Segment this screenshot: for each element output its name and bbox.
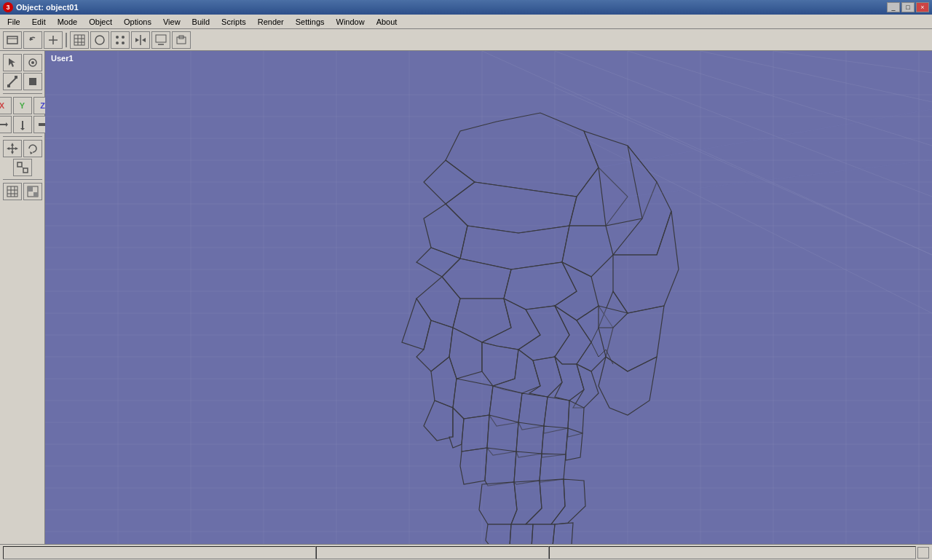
left-row-2 (3, 73, 42, 90)
point-tool-button[interactable] (23, 73, 42, 90)
grid-display-button[interactable] (3, 183, 22, 200)
svg-rect-39 (17, 162, 22, 167)
svg-marker-132 (479, 482, 517, 524)
svg-rect-0 (7, 36, 17, 44)
circle-button[interactable] (90, 31, 109, 49)
svg-line-151 (628, 160, 932, 197)
close-button[interactable]: × (916, 2, 929, 12)
svg-rect-25 (15, 76, 17, 79)
left-row-move (0, 116, 52, 133)
menu-options[interactable]: Options (118, 16, 157, 28)
svg-marker-130 (514, 451, 542, 484)
menu-about[interactable]: About (371, 16, 403, 28)
grid-button[interactable] (70, 31, 89, 49)
menu-mode[interactable]: Mode (52, 16, 84, 28)
window-title: Object: object01 (16, 3, 79, 12)
svg-marker-138 (532, 524, 555, 544)
menu-window[interactable]: Window (331, 16, 371, 28)
svg-marker-35 (11, 151, 14, 154)
y-axis-button[interactable]: Y (13, 97, 32, 114)
viewport-label: User1 (51, 54, 74, 63)
svg-point-13 (122, 42, 125, 44)
svg-rect-17 (156, 35, 166, 42)
move-tool-button2[interactable] (13, 116, 32, 133)
svg-rect-4 (74, 35, 84, 45)
svg-marker-139 (553, 523, 573, 544)
svg-rect-49 (33, 192, 38, 197)
menu-view[interactable]: View (157, 16, 186, 28)
svg-marker-16 (142, 38, 146, 42)
menu-edit[interactable]: Edit (26, 16, 52, 28)
left-sep-1 (3, 93, 42, 94)
move-tool-button1[interactable] (0, 116, 12, 133)
menu-bar: File Edit Mode Object Options View Build… (0, 15, 932, 29)
svg-line-86 (773, 51, 932, 73)
svg-line-84 (628, 51, 932, 146)
viewport[interactable]: User1 (45, 51, 932, 544)
menu-object[interactable]: Object (83, 16, 118, 28)
status-corner (917, 547, 929, 559)
scale-button[interactable] (13, 159, 32, 176)
svg-marker-136 (486, 524, 511, 544)
svg-line-41 (22, 167, 23, 168)
view-tool-button[interactable] (23, 54, 42, 71)
cut-button[interactable] (44, 31, 63, 49)
left-row-scale (13, 159, 32, 176)
svg-line-85 (700, 51, 932, 102)
status-left (3, 546, 316, 559)
svg-rect-19 (177, 37, 186, 44)
svg-rect-48 (28, 186, 33, 192)
x-axis-button[interactable]: X (0, 97, 12, 114)
svg-marker-116 (453, 379, 493, 419)
svg-rect-26 (29, 78, 36, 85)
left-row-transform (3, 140, 42, 157)
texture-display-button[interactable] (23, 183, 42, 200)
svg-marker-28 (6, 122, 8, 127)
app-icon: 3 (3, 2, 13, 12)
svg-marker-123 (462, 415, 489, 451)
translate-button[interactable] (3, 140, 22, 157)
svg-point-10 (116, 36, 119, 39)
flip-button[interactable] (131, 31, 150, 49)
menu-file[interactable]: File (1, 16, 26, 28)
window-controls[interactable]: _ □ × (887, 2, 929, 12)
maximize-button[interactable]: □ (901, 2, 915, 12)
rotate-button[interactable] (23, 140, 42, 157)
svg-marker-15 (135, 38, 139, 42)
svg-rect-42 (7, 186, 17, 197)
svg-marker-131 (540, 454, 566, 482)
svg-marker-127 (566, 428, 582, 460)
minimize-button[interactable]: _ (887, 2, 900, 12)
viewport-canvas (45, 51, 932, 544)
left-toolbar: X Y Z (0, 51, 45, 544)
svg-marker-30 (20, 128, 25, 130)
svg-marker-36 (7, 147, 9, 150)
menu-settings[interactable]: Settings (290, 16, 331, 28)
svg-marker-129 (485, 448, 516, 486)
svg-rect-24 (7, 84, 10, 87)
status-right (549, 546, 916, 559)
minus-button[interactable] (151, 31, 170, 49)
multipoint-button[interactable] (111, 31, 130, 49)
menu-scripts[interactable]: Scripts (216, 16, 252, 28)
box-button[interactable] (172, 31, 191, 49)
title-bar: 3 Object: object01 _ □ × (0, 0, 932, 15)
left-row-1 (3, 54, 42, 71)
open-button[interactable] (3, 31, 22, 49)
svg-marker-34 (11, 143, 14, 146)
svg-point-9 (95, 36, 104, 44)
svg-marker-137 (510, 524, 533, 544)
status-middle (316, 546, 549, 559)
status-bar (0, 544, 932, 560)
svg-point-12 (116, 42, 119, 44)
menu-render[interactable]: Render (252, 16, 290, 28)
select-tool-button[interactable] (3, 54, 22, 71)
toolbar-separator-1 (66, 33, 67, 47)
edge-tool-button[interactable] (3, 73, 22, 90)
svg-marker-37 (15, 147, 18, 150)
menu-build[interactable]: Build (186, 16, 216, 28)
toolbar (0, 29, 932, 51)
svg-point-11 (122, 36, 125, 39)
left-row-xyz: X Y Z (0, 97, 52, 114)
undo-button[interactable] (23, 31, 42, 49)
